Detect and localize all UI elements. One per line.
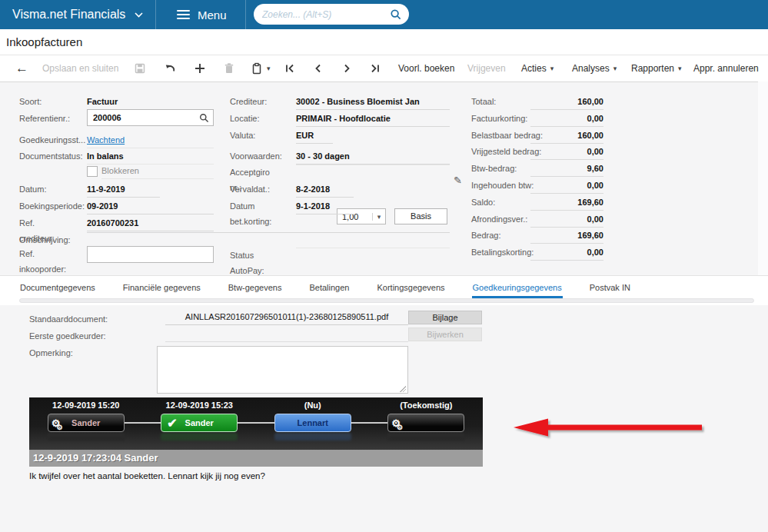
page-title: Inkoopfacturen	[6, 35, 82, 48]
blokkeren-label: Blokkeren	[101, 163, 214, 179]
total-value[interactable]: 0,00	[530, 211, 603, 228]
total-value[interactable]: 0,00	[530, 244, 603, 261]
blokkeren-checkbox[interactable]	[87, 166, 98, 177]
voorl-boeken-button[interactable]: Voorl. boeken	[398, 55, 454, 81]
total-value[interactable]: 160,00	[530, 128, 603, 144]
workflow-step-name: Sander	[185, 418, 214, 427]
field-label-crediteur: Crediteur:	[230, 94, 267, 109]
analyses-label: Analyses	[572, 63, 610, 74]
chevron-right-icon	[341, 62, 353, 75]
analyses-menu-button[interactable]: Analyses▾	[572, 55, 617, 81]
save-close-button[interactable]: Opslaan en sluiten	[42, 55, 118, 81]
field-value-omschrijving[interactable]	[87, 232, 450, 233]
standaarddocument-filename[interactable]: AINLLASR201607296501011(1)-2368012589051…	[165, 310, 408, 325]
referentienr-input[interactable]	[91, 112, 199, 123]
checkmark-icon: ✔	[167, 414, 177, 433]
workflow-step-time: (Toekomstig)	[370, 401, 484, 412]
field-label-datum: Datum:	[19, 181, 46, 197]
workflow-step-box-approved: ✔ Sander	[161, 414, 238, 432]
previous-record-button[interactable]	[312, 55, 324, 81]
field-label-soort: Soort:	[19, 94, 42, 109]
main-menu-button[interactable]: Menu	[158, 0, 246, 29]
field-value-datum[interactable]: 11-9-2019	[87, 181, 160, 198]
field-value-datum-betkorting[interactable]: 9-1-2018	[296, 198, 354, 214]
bijlage-button[interactable]: Bijlage	[408, 311, 482, 324]
invoice-form: Soort:Factuur Referentienr.: Goedkeuring…	[0, 81, 768, 275]
tab-goedkeuringsgegevens[interactable]: Goedkeuringsgegevens	[472, 276, 563, 298]
workflow-step-box-current: Lennart	[274, 414, 351, 432]
basis-button[interactable]: Basis	[394, 208, 447, 224]
search-input[interactable]	[261, 8, 390, 21]
vrijgeven-button[interactable]: Vrijgeven	[467, 55, 506, 81]
workflow-step-name: Lennart	[298, 418, 328, 427]
last-record-button[interactable]	[369, 55, 381, 81]
search-icon[interactable]	[390, 8, 402, 21]
red-arrow-annotation	[504, 414, 711, 441]
field-value-ref-crediteur[interactable]: 20160700231	[87, 215, 214, 231]
field-label-locatie: Locatie:	[230, 111, 260, 126]
field-value-status-autopay	[296, 248, 450, 248]
back-button[interactable]: ←	[15, 55, 28, 81]
workflow-step-2: 12-09-2019 15:23 ✔ Sander	[143, 397, 257, 450]
rapporten-menu-button[interactable]: Rapporten▾	[631, 55, 682, 81]
workflow-step-box-future: ⚙⚙	[387, 414, 464, 432]
bijwerken-button[interactable]: Bijwerken	[408, 328, 482, 341]
field-label-referentienr: Referentienr.:	[19, 111, 70, 126]
back-arrow-icon: ←	[15, 61, 28, 76]
edit-pencil-icon[interactable]: ✎	[454, 175, 462, 186]
first-record-button[interactable]	[284, 55, 296, 81]
chevron-down-icon	[135, 12, 143, 18]
caret-down-icon: ▾	[267, 65, 271, 72]
tab-documentgegevens[interactable]: Documentgegevens	[19, 276, 96, 298]
ref-inkooporder-input[interactable]	[91, 249, 209, 260]
total-value[interactable]: 169,60	[530, 228, 603, 244]
tab-postvak-in[interactable]: Postvak IN	[589, 276, 631, 298]
appr-annuleren-label: Appr. annuleren	[693, 63, 759, 74]
copy-paste-button[interactable]: ▾	[251, 55, 271, 81]
field-value-acceptgiro[interactable]	[296, 165, 450, 165]
total-value[interactable]: 0,00	[530, 111, 603, 127]
lookup-magnifier-icon[interactable]	[199, 113, 209, 123]
delete-button[interactable]	[223, 55, 235, 81]
clipboard-icon	[251, 62, 263, 75]
field-value-locatie[interactable]: PRIMAIR - Hoofdlocatie	[296, 111, 450, 127]
field-value-boekingsperiode[interactable]: 09-2019	[87, 198, 214, 214]
total-value[interactable]: 160,00	[530, 94, 603, 110]
global-search	[254, 4, 409, 25]
field-value-soort[interactable]: Factuur	[87, 94, 214, 110]
opmerking-textarea[interactable]	[157, 346, 408, 394]
tab-kortingsgegevens[interactable]: Kortingsgegevens	[376, 276, 445, 298]
total-value[interactable]: 169,60	[530, 195, 603, 211]
gears-icon: ⚙⚙	[391, 414, 407, 434]
field-label-ref-inkooporder: Ref. inkooporder:	[19, 246, 66, 277]
add-button[interactable]	[194, 55, 206, 81]
undo-button[interactable]	[164, 55, 176, 81]
acties-menu-button[interactable]: Acties▾	[521, 55, 554, 81]
field-label-documentstatus: Documentstatus:	[19, 148, 83, 164]
field-value-voorwaarden[interactable]: 30 - 30 dagen	[296, 148, 450, 165]
textarea-resize-handle[interactable]	[399, 385, 406, 392]
horizontal-scrollbar[interactable]	[19, 298, 754, 303]
workflow-log-message: Ik twijfel over het aantal boeketten. Le…	[29, 471, 265, 480]
total-value[interactable]: 9,60	[530, 161, 603, 177]
field-label-status-autopay: Status AutoPay:	[230, 248, 264, 278]
field-value-valuta-currency[interactable]: EUR	[296, 128, 333, 144]
save-button[interactable]	[134, 55, 146, 81]
total-value[interactable]: 0,00	[530, 144, 603, 160]
field-value-vervaldatum[interactable]: 8-2-2018	[296, 181, 354, 198]
goedkeuringsstatus-link[interactable]: Wachtend	[87, 132, 214, 148]
tab-betalingen[interactable]: Betalingen	[308, 276, 350, 298]
combo-caret-icon[interactable]: ▾	[372, 213, 385, 221]
field-value-crediteur[interactable]: 30002 - Business Bloemist Jan	[296, 94, 450, 110]
app-switcher[interactable]: Visma.net Financials	[0, 0, 156, 29]
rapporten-label: Rapporten	[631, 63, 674, 74]
eerste-goedkeurder-field[interactable]	[165, 327, 408, 342]
next-record-button[interactable]	[341, 55, 353, 81]
standaarddocument-label: Standaarddocument:	[29, 314, 108, 324]
total-value[interactable]: 0,00	[530, 178, 603, 194]
tab-btw-gegevens[interactable]: Btw-gegevens	[228, 276, 283, 298]
save-close-label: Opslaan en sluiten	[42, 63, 118, 74]
workflow-step-time: 12-09-2019 15:20	[29, 401, 143, 412]
tab-financiele-gegevens[interactable]: Financiële gegevens	[122, 276, 201, 298]
appr-annuleren-button[interactable]: Appr. annuleren	[693, 55, 759, 81]
